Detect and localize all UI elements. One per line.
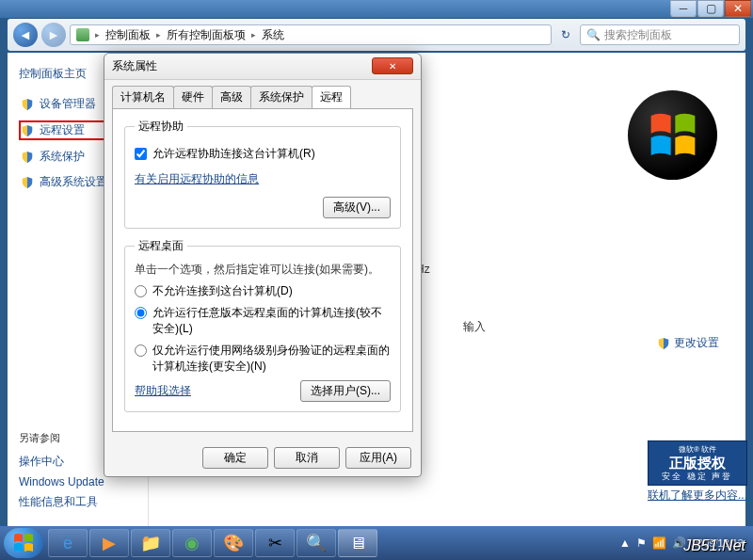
remote-desktop-group: 远程桌面 单击一个选项，然后指定谁可以连接(如果需要)。 不允许连接到这台计算机… — [124, 238, 401, 412]
apply-button[interactable]: 应用(A) — [345, 447, 411, 469]
minimize-button[interactable]: ─ — [670, 0, 697, 17]
sidebar-item-label: 远程设置 — [40, 122, 85, 138]
rd-opt-deny-label: 不允许连接到这台计算机(D) — [152, 283, 293, 299]
cancel-button[interactable]: 取消 — [274, 447, 340, 469]
maximize-button[interactable]: ▢ — [697, 0, 724, 17]
rd-opt-any[interactable] — [135, 307, 147, 319]
remote-desktop-legend: 远程桌面 — [135, 238, 187, 254]
back-button[interactable]: ◄ — [13, 23, 38, 47]
learn-more-link[interactable]: 联机了解更多内容... — [648, 488, 747, 504]
genuine-badge: 微软® 软件 正版授权 安全 稳定 声誉 联机了解更多内容... — [648, 440, 747, 504]
taskbar: e ▶ 📁 ◉ 🎨 ✂ 🔍 🖥 ▲ ⚑ 📶 🔊 2009/12/13 — [0, 526, 753, 560]
task-ie[interactable]: e — [48, 529, 88, 557]
explorer-toolbar: ◄ ► ▸ 控制面板 ▸ 所有控制面板项 ▸ 系统 ↻ 🔍 搜索控制面板 — [8, 19, 745, 51]
dialog-title[interactable]: 系统属性 ✕ — [104, 54, 421, 80]
breadcrumb-1[interactable]: 控制面板 — [105, 27, 151, 43]
ie-icon: e — [63, 534, 72, 553]
tab-computer-name[interactable]: 计算机名 — [112, 86, 174, 108]
flag-icon[interactable]: ⚑ — [636, 536, 647, 550]
task-snip[interactable]: ✂ — [255, 529, 295, 557]
monitor-icon: 🖥 — [349, 534, 366, 553]
remote-assist-legend: 远程协助 — [135, 119, 187, 135]
tab-hardware[interactable]: 硬件 — [173, 86, 213, 108]
shield-icon — [21, 151, 34, 164]
control-panel-icon — [76, 28, 89, 41]
paint-icon: 🎨 — [223, 533, 244, 553]
rd-opt-any-label: 允许运行任意版本远程桌面的计算机连接(较不安全)(L) — [152, 305, 391, 337]
system-properties-dialog: 系统属性 ✕ 计算机名 硬件 高级 系统保护 远程 远程协助 允许远程协助连接这… — [104, 53, 422, 477]
site-watermark: JB51.Net — [683, 537, 745, 554]
search-icon: 🔍 — [586, 28, 601, 41]
tab-system-protection[interactable]: 系统保护 — [250, 86, 312, 108]
dialog-close-button[interactable]: ✕ — [372, 57, 413, 74]
change-settings-link[interactable]: 更改设置 — [657, 335, 719, 351]
tab-advanced[interactable]: 高级 — [212, 86, 251, 108]
network-icon[interactable]: 📶 — [652, 536, 666, 550]
dialog-buttons: 确定 取消 应用(A) — [104, 440, 421, 476]
seealso-performance[interactable]: 性能信息和工具 — [19, 494, 136, 510]
search-placeholder: 搜索控制面板 — [604, 27, 672, 43]
select-users-button[interactable]: 选择用户(S)... — [300, 380, 391, 402]
windows-logo — [628, 90, 717, 180]
rd-opt-nla[interactable] — [135, 344, 147, 357]
task-wmp[interactable]: ▶ — [89, 529, 129, 557]
input-label: 输入 — [463, 319, 486, 335]
task-sysprops[interactable]: 🖥 — [338, 529, 377, 557]
tab-body-remote: 远程协助 允许远程协助连接这台计算机(R) 有关启用远程协助的信息 高级(V).… — [112, 108, 413, 432]
remote-assist-advanced-button[interactable]: 高级(V)... — [323, 197, 391, 218]
start-button[interactable] — [4, 528, 43, 558]
allow-remote-assist-checkbox[interactable] — [135, 148, 147, 160]
remote-assist-group: 远程协助 允许远程协助连接这台计算机(R) 有关启用远程协助的信息 高级(V).… — [124, 119, 401, 229]
shield-icon — [657, 337, 670, 350]
wmc-icon: ◉ — [184, 533, 200, 553]
snip-icon: ✂ — [268, 533, 282, 553]
folder-icon: 📁 — [140, 533, 161, 553]
task-explorer[interactable]: 📁 — [131, 529, 170, 557]
refresh-button[interactable]: ↻ — [555, 24, 576, 45]
magnifier-icon: 🔍 — [306, 533, 327, 553]
tray-up-icon[interactable]: ▲ — [619, 536, 631, 550]
shield-icon — [21, 176, 34, 189]
tab-remote[interactable]: 远程 — [312, 86, 351, 108]
rd-opt-nla-label: 仅允许运行使用网络级别身份验证的远程桌面的计算机连接(更安全)(N) — [152, 343, 391, 375]
shield-icon — [21, 124, 34, 137]
forward-button[interactable]: ► — [41, 23, 66, 47]
window-titlebar: ─ ▢ ✕ — [0, 0, 753, 19]
task-magnifier[interactable]: 🔍 — [296, 529, 336, 557]
seealso-windows-update[interactable]: Windows Update — [19, 475, 136, 488]
help-choose-link[interactable]: 帮助我选择 — [135, 383, 191, 399]
sidebar-item-label: 高级系统设置 — [40, 174, 107, 190]
search-input[interactable]: 🔍 搜索控制面板 — [580, 24, 740, 45]
dialog-tabs: 计算机名 硬件 高级 系统保护 远程 — [104, 80, 421, 108]
wmp-icon: ▶ — [103, 533, 116, 553]
rd-opt-deny[interactable] — [135, 285, 147, 297]
task-paint[interactable]: 🎨 — [214, 529, 253, 557]
close-button[interactable]: ✕ — [725, 0, 751, 17]
breadcrumb-2[interactable]: 所有控制面板项 — [167, 27, 246, 43]
shield-icon — [21, 98, 34, 111]
address-bar[interactable]: ▸ 控制面板 ▸ 所有控制面板项 ▸ 系统 — [70, 24, 552, 45]
breadcrumb-sep: ▸ — [95, 30, 100, 40]
ok-button[interactable]: 确定 — [202, 447, 268, 469]
task-wmc[interactable]: ◉ — [172, 529, 212, 557]
remote-desktop-desc: 单击一个选项，然后指定谁可以连接(如果需要)。 — [135, 262, 391, 278]
breadcrumb-3[interactable]: 系统 — [262, 27, 284, 43]
remote-assist-info-link[interactable]: 有关启用远程协助的信息 — [135, 172, 259, 185]
sidebar-item-label: 系统保护 — [40, 149, 85, 165]
allow-remote-assist-label: 允许远程协助连接这台计算机(R) — [152, 146, 315, 162]
sidebar-item-label: 设备管理器 — [40, 96, 96, 112]
